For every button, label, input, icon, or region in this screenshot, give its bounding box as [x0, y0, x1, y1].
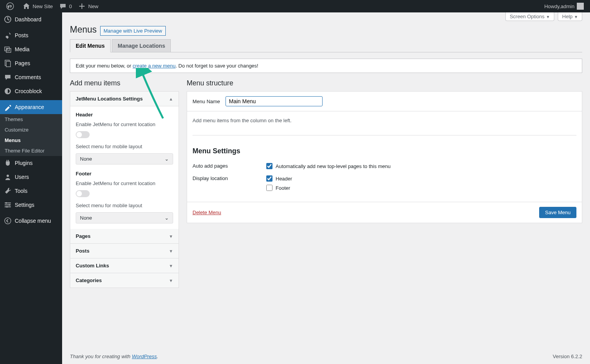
svg-point-13: [5, 218, 11, 224]
jetmenu-enable-header-label: Enable JetMenu for current location: [76, 121, 173, 127]
wp-logo-menu[interactable]: [3, 0, 19, 12]
comments-count: 0: [69, 3, 72, 9]
site-name: New Site: [33, 3, 53, 9]
footer-version: Version 6.2.2: [553, 354, 582, 359]
admin-toolbar: New Site 0 New Howdy, admin: [0, 0, 590, 12]
pages-accordion[interactable]: Pages ▼: [70, 229, 179, 243]
nav-tabs: Edit Menus Manage Locations: [70, 39, 582, 52]
comments-icon: [4, 73, 12, 81]
chevron-down-icon: ⌄: [165, 156, 169, 162]
sidebar-item-media[interactable]: Media: [0, 42, 62, 56]
sidebar-item-tools[interactable]: Tools: [0, 184, 62, 198]
wordpress-icon: [6, 2, 14, 10]
avatar: [577, 3, 584, 10]
svg-point-12: [6, 206, 8, 208]
submenu-item-theme-file-editor[interactable]: Theme File Editor: [0, 146, 62, 156]
chevron-down-icon: ▼: [169, 234, 173, 239]
collapse-icon: [4, 217, 12, 225]
pages-icon: [4, 59, 12, 67]
media-icon: [4, 45, 12, 53]
submenu-item-themes[interactable]: Themes: [0, 114, 62, 125]
tools-icon: [4, 187, 12, 195]
menu-body-hint: Add menu items from the column on the le…: [193, 118, 576, 123]
sidebar-item-plugins[interactable]: Plugins: [0, 156, 62, 170]
menu-edit-panel: Menu Name Add menu items from the column…: [187, 91, 582, 223]
location-footer-option[interactable]: Footer: [266, 185, 292, 191]
tab-edit-menus[interactable]: Edit Menus: [70, 39, 111, 52]
sidebar-collapse[interactable]: Collapse menu: [0, 214, 62, 228]
chevron-down-icon: ⌄: [165, 215, 169, 221]
jetmenu-mobile-footer-select[interactable]: None ⌄: [76, 212, 173, 224]
crocoblock-icon: [4, 87, 12, 95]
menu-name-input[interactable]: [226, 96, 323, 106]
sidebar-item-appearance[interactable]: Appearance: [0, 100, 62, 114]
new-content-link[interactable]: New: [75, 0, 101, 12]
menu-structure-heading: Menu structure: [187, 79, 582, 87]
jetmenu-enable-footer-label: Enable JetMenu for current location: [76, 180, 173, 186]
new-label: New: [88, 3, 98, 9]
jetmenu-enable-footer-toggle[interactable]: [76, 190, 90, 197]
chevron-down-icon: ▼: [574, 15, 578, 19]
menu-settings-heading: Menu Settings: [193, 147, 576, 155]
svg-point-6: [7, 175, 9, 177]
delete-menu-link[interactable]: Delete Menu: [193, 210, 221, 215]
create-new-menu-link[interactable]: create a new menu: [133, 63, 176, 69]
screen-options-toggle[interactable]: Screen Options▼: [505, 12, 554, 21]
chevron-down-icon: ▼: [546, 15, 550, 19]
auto-add-pages-option[interactable]: Automatically add new top-level pages to…: [266, 163, 390, 169]
sidebar-item-comments[interactable]: Comments: [0, 70, 62, 84]
my-account-link[interactable]: Howdy, admin: [541, 0, 587, 12]
howdy-prefix: Howdy,: [544, 3, 560, 9]
categories-accordion[interactable]: Categories ▼: [70, 273, 179, 288]
user-display-name: admin: [561, 3, 574, 9]
admin-footer: Thank you for creating with WordPress. V…: [62, 349, 590, 364]
sidebar-item-settings[interactable]: Settings: [0, 198, 62, 212]
jetmenu-mobile-header-label: Select menu for mobile layout: [76, 144, 173, 149]
home-icon: [23, 2, 30, 10]
posts-accordion[interactable]: Posts ▼: [70, 244, 179, 258]
jetmenu-header-heading: Header: [76, 112, 173, 118]
screen-meta-links: Screen Options▼ Help▼: [503, 12, 582, 21]
comments-link[interactable]: 0: [56, 0, 75, 12]
custom-links-accordion[interactable]: Custom Links ▼: [70, 258, 179, 273]
chevron-down-icon: ▼: [169, 263, 173, 268]
chevron-up-icon: ▲: [169, 97, 173, 101]
jetmenu-mobile-header-select[interactable]: None ⌄: [76, 153, 173, 165]
auto-add-pages-label: Auto add pages: [193, 163, 266, 172]
sidebar-item-pages[interactable]: Pages: [0, 56, 62, 70]
page-title: Menus: [70, 24, 97, 35]
display-location-label: Display location: [193, 175, 266, 194]
admin-sidebar: Dashboard Posts Media Pages Comments Cro…: [0, 12, 62, 364]
chevron-down-icon: ▼: [169, 249, 173, 253]
sidebar-item-dashboard[interactable]: Dashboard: [0, 12, 62, 26]
jetmenu-locations-accordion[interactable]: JetMenu Locations Settings ▲: [70, 92, 179, 106]
submenu-item-customize[interactable]: Customize: [0, 125, 62, 135]
jetmenu-mobile-footer-label: Select menu for mobile layout: [76, 203, 173, 208]
chevron-down-icon: ▼: [169, 278, 173, 283]
manage-menus-notice: Edit your menu below, or create a new me…: [70, 59, 582, 73]
jetmenu-enable-header-toggle[interactable]: [76, 131, 90, 138]
auto-add-pages-checkbox[interactable]: [266, 163, 272, 169]
dashboard-icon: [4, 16, 12, 23]
save-menu-button[interactable]: Save Menu: [539, 207, 576, 218]
manage-live-preview-button[interactable]: Manage with Live Preview: [100, 26, 166, 36]
jetmenu-footer-heading: Footer: [76, 171, 173, 177]
users-icon: [4, 173, 12, 181]
help-toggle[interactable]: Help▼: [558, 12, 582, 21]
footer-wordpress-link[interactable]: WordPress: [132, 354, 157, 359]
pin-icon: [4, 31, 12, 39]
footer-thanks-post: .: [157, 354, 158, 359]
appearance-icon: [4, 103, 12, 111]
sidebar-item-users[interactable]: Users: [0, 170, 62, 184]
location-header-option[interactable]: Header: [266, 175, 292, 182]
location-footer-checkbox[interactable]: [266, 185, 272, 191]
submenu-item-menus[interactable]: Menus: [0, 135, 62, 146]
location-header-checkbox[interactable]: [266, 175, 272, 182]
sidebar-item-crocoblock[interactable]: Crocoblock: [0, 84, 62, 98]
settings-icon: [4, 201, 12, 209]
sidebar-item-posts[interactable]: Posts: [0, 28, 62, 42]
site-name-link[interactable]: New Site: [19, 0, 56, 12]
tab-manage-locations[interactable]: Manage Locations: [112, 39, 171, 52]
svg-point-10: [5, 202, 7, 204]
add-menu-items-heading: Add menu items: [70, 79, 179, 87]
